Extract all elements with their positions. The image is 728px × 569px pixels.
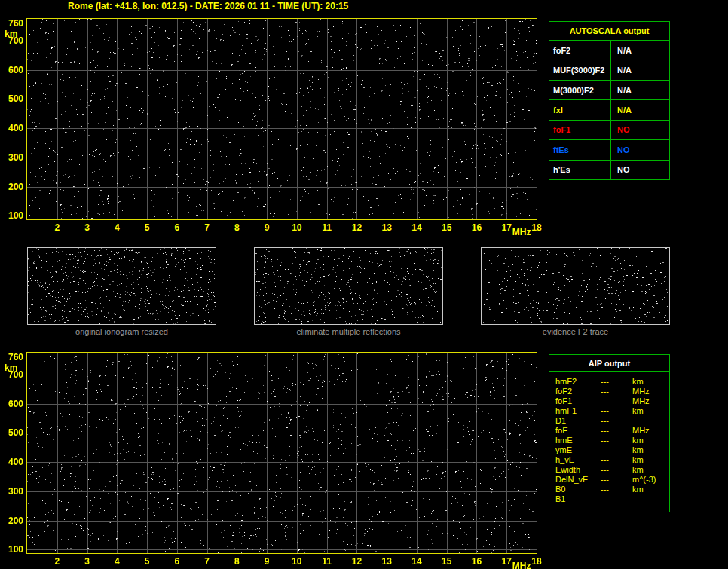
aip-row-unit: km — [632, 436, 669, 445]
aip-row: B1--- — [555, 494, 669, 504]
aip-row-label: h_vE — [555, 455, 601, 465]
x-axis-tick-label: 4 — [115, 556, 120, 567]
aip-row-label: B1 — [555, 494, 601, 504]
x-axis-tick-label: 8 — [234, 556, 240, 567]
aip-output-table: AIP output hmF2---kmfoF2---MHzfoF1---MHz… — [549, 354, 670, 512]
x-axis-unit-label: MHz — [512, 561, 531, 569]
aip-row-label: hmE — [555, 436, 601, 445]
aip-row-unit: MHz — [632, 426, 669, 436]
ionogram-canvas — [27, 353, 537, 553]
aip-row-label: D1 — [555, 416, 601, 426]
aip-row-label: Ewidth — [555, 465, 601, 475]
aip-row: DelN_vE---m^(-3) — [555, 475, 669, 485]
x-axis-tick-label: 3 — [84, 556, 90, 567]
aip-row-label: ymE — [555, 445, 601, 455]
x-axis-tick-label: 18 — [531, 556, 541, 567]
aip-row-unit: km — [632, 406, 669, 416]
aip-row-label: hmF1 — [555, 406, 601, 416]
aip-row: B0---km — [555, 485, 669, 494]
aip-row-value: --- — [601, 416, 632, 426]
x-axis-tick-label: 12 — [352, 556, 362, 567]
x-axis-tick-label: 11 — [322, 556, 332, 567]
aip-row-unit: MHz — [632, 387, 669, 396]
aip-row-value: --- — [601, 377, 632, 387]
x-axis-tick-label: 10 — [292, 556, 301, 567]
aip-row-value: --- — [601, 455, 632, 465]
aip-row: foE---MHz — [555, 426, 669, 436]
aip-row-value: --- — [601, 475, 632, 485]
x-axis-tick-label: 16 — [472, 556, 482, 567]
aip-row: foF2---MHz — [555, 387, 669, 396]
aip-row: hmE---km — [555, 436, 669, 445]
aip-row: hmF1---km — [555, 406, 669, 416]
aip-row-label: foF2 — [555, 387, 601, 396]
y-axis-tick-label: 400 — [1, 457, 23, 467]
aip-row-label: DelN_vE — [555, 475, 601, 485]
x-axis-tick-label: 13 — [381, 556, 391, 567]
aip-row: foF1---MHz — [555, 396, 669, 406]
aip-row-label: B0 — [555, 485, 601, 494]
aip-row-label: foF1 — [555, 396, 601, 406]
x-axis-tick-label: 7 — [204, 556, 210, 567]
aip-row: ymE---km — [555, 445, 669, 455]
aip-table-body: hmF2---kmfoF2---MHzfoF1---MHzhmF1---kmD1… — [549, 372, 669, 504]
aip-row-unit: km — [632, 445, 669, 455]
x-axis-tick-label: 9 — [265, 556, 270, 567]
autoscala-app-window: Rome (lat: +41.8, lon: 012.5) - DATE: 20… — [0, 0, 728, 569]
aip-row: hmF2---km — [555, 377, 669, 387]
aip-row-unit: km — [632, 485, 669, 494]
aip-row-label: hmF2 — [555, 377, 601, 387]
y-axis-tick-label: 300 — [1, 486, 23, 497]
x-axis-tick-label: 14 — [411, 556, 421, 567]
aip-row-value: --- — [601, 387, 632, 396]
aip-row-unit: km — [632, 465, 669, 475]
aip-table-title: AIP output — [549, 355, 669, 372]
aip-row-unit: km — [632, 455, 669, 465]
aip-row-value: --- — [601, 465, 632, 475]
aip-row-label: foE — [555, 426, 601, 436]
y-axis-unit-label: km — [5, 363, 17, 373]
x-axis-tick-label: 17 — [502, 556, 512, 567]
aip-row-value: --- — [601, 406, 632, 416]
ionogram-frame — [26, 352, 537, 554]
x-axis-tick-label: 15 — [442, 556, 451, 567]
x-axis-tick-label: 5 — [145, 556, 150, 567]
y-axis-tick-label: 500 — [1, 427, 23, 438]
aip-row-value: --- — [601, 426, 632, 436]
y-axis-tick-label: 600 — [1, 399, 23, 409]
aip-row-value: --- — [601, 396, 632, 406]
aip-row-value: --- — [601, 445, 632, 455]
y-axis-tick-label: 760 — [1, 352, 23, 363]
x-axis-tick-label: 2 — [54, 556, 60, 567]
aip-row: h_vE---km — [555, 455, 669, 465]
aip-row-unit — [632, 494, 669, 504]
aip-row-value: --- — [601, 436, 632, 445]
aip-row-unit — [632, 416, 669, 426]
y-axis-tick-label: 100 — [1, 544, 23, 555]
aip-row-value: --- — [601, 494, 632, 504]
y-axis-tick-label: 200 — [1, 515, 23, 526]
aip-row: Ewidth---km — [555, 465, 669, 475]
aip-row: D1--- — [555, 416, 669, 426]
aip-row-unit: MHz — [632, 396, 669, 406]
aip-row-unit: km — [632, 377, 669, 387]
aip-row-unit: m^(-3) — [632, 475, 669, 485]
x-axis-tick-label: 6 — [174, 556, 179, 567]
aip-row-value: --- — [601, 485, 632, 494]
